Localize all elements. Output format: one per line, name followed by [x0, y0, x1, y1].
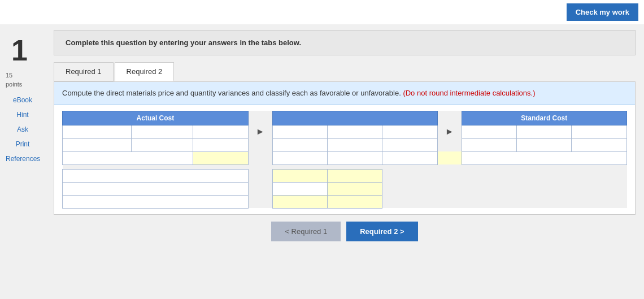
actual-total-input-1[interactable] [195, 127, 245, 136]
nav-buttons: < Required 1 Required 2 > [54, 215, 636, 248]
mid-col2-input-2[interactable] [330, 141, 380, 150]
hint-link[interactable]: Hint [0, 109, 45, 120]
instruction-text: Complete this question by entering your … [66, 38, 301, 47]
variance-val-3b[interactable] [330, 197, 380, 206]
variance-label-3[interactable] [65, 197, 246, 206]
mid-col3-input-3[interactable] [385, 154, 434, 163]
std-col3-input-1[interactable] [574, 127, 624, 136]
top-bar: Check my work [0, 0, 644, 24]
std-col3-input-2[interactable] [574, 141, 624, 150]
variance-val-2a[interactable] [275, 184, 325, 193]
std-col1-input-2[interactable] [464, 141, 514, 150]
next-button[interactable]: Required 2 > [346, 222, 417, 241]
instruction-box: Complete this question by entering your … [54, 30, 636, 55]
ebook-link[interactable]: eBook [0, 94, 45, 106]
variance-label-2[interactable] [65, 184, 246, 193]
variance-label-1[interactable] [65, 171, 246, 180]
actual-cost-header: Actual Cost [63, 111, 249, 125]
variance-val-1a[interactable] [275, 171, 325, 180]
info-main-text: Compute the direct materials price and q… [62, 89, 401, 97]
table-row [63, 138, 627, 151]
table-row-totals [63, 151, 627, 164]
variance-val-3a[interactable] [275, 197, 325, 206]
mid-header [272, 111, 437, 125]
ask-link[interactable]: Ask [0, 124, 45, 135]
actual-qty-input-1[interactable] [65, 127, 129, 136]
variance-table: Actual Cost Standard Cost [62, 111, 627, 209]
points-sublabel: points [0, 80, 28, 89]
mid-col3-input-1[interactable] [385, 127, 434, 136]
variance-row-3 [63, 195, 627, 208]
mid-col2-input-1[interactable] [330, 127, 380, 136]
spacer-header1 [248, 111, 272, 125]
tab-required2[interactable]: Required 2 [115, 62, 175, 81]
variance-row-1 [63, 169, 627, 182]
std-col2-input-1[interactable] [519, 127, 569, 136]
mid-col1-input-2[interactable] [275, 141, 325, 150]
left-sidebar: 1 15 points eBook Hint Ask Print Referen… [0, 24, 45, 299]
actual-total-yellow[interactable] [195, 154, 245, 163]
std-label-input[interactable] [464, 154, 624, 163]
prev-button[interactable]: < Required 1 [271, 222, 341, 241]
tab-required1[interactable]: Required 1 [54, 62, 114, 81]
info-highlight-text: (Do not round intermediate calculations.… [403, 89, 535, 97]
standard-cost-header: Standard Cost [462, 111, 626, 125]
actual-qty-input-2[interactable] [65, 141, 129, 150]
tabs-row: Required 1 Required 2 [54, 62, 636, 81]
actual-total-input-2[interactable] [195, 141, 245, 150]
table-section: Actual Cost Standard Cost [54, 105, 635, 214]
std-col1-input-1[interactable] [464, 127, 514, 136]
table-row: ► ► [63, 125, 627, 138]
content-area: Complete this question by entering your … [45, 24, 644, 299]
actual-price-input-2[interactable] [134, 141, 191, 150]
gap-row [63, 164, 627, 169]
variance-val-2b[interactable] [330, 184, 380, 193]
mid-col1-input-1[interactable] [275, 127, 325, 136]
mid-col3-input-2[interactable] [385, 141, 434, 150]
mid-label-input[interactable] [275, 154, 325, 163]
print-link[interactable]: Print [0, 138, 45, 150]
tab-content: Compute the direct materials price and q… [54, 81, 636, 215]
mid-col2-input-3[interactable] [330, 154, 380, 163]
actual-label-input[interactable] [65, 154, 190, 163]
variance-val-1b[interactable] [330, 171, 380, 180]
points-label: 15 [0, 71, 18, 80]
check-my-work-button[interactable]: Check my work [567, 3, 638, 21]
spacer-header2 [437, 111, 462, 125]
std-col2-input-2[interactable] [519, 141, 569, 150]
question-number: 1 [0, 30, 39, 71]
references-link[interactable]: References [0, 153, 45, 164]
variance-row-2 [63, 182, 627, 195]
actual-price-input-1[interactable] [134, 127, 191, 136]
info-banner: Compute the direct materials price and q… [54, 82, 635, 105]
